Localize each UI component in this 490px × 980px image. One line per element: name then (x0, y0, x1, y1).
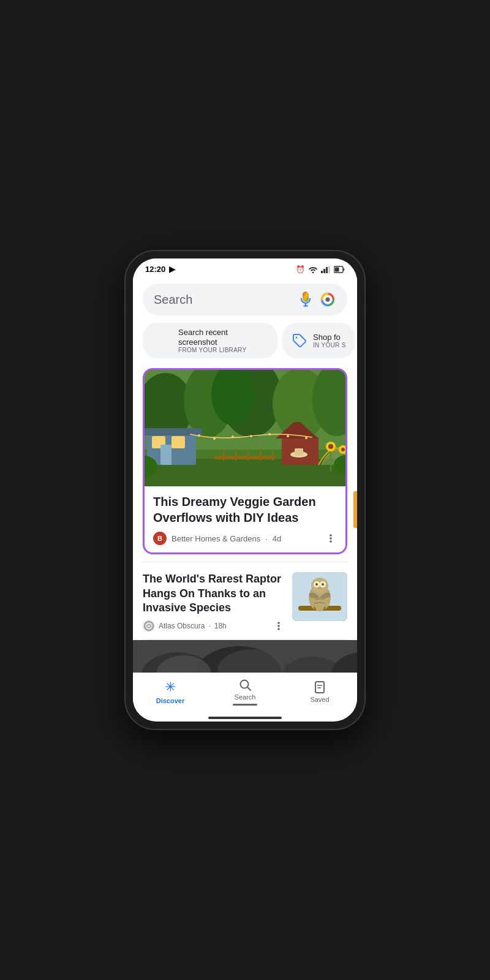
svg-point-57 (277, 628, 280, 631)
featured-more-btn[interactable] (325, 532, 337, 545)
screenshot-thumbnail (151, 330, 173, 352)
svg-point-29 (213, 437, 216, 440)
svg-point-33 (287, 435, 289, 437)
svg-rect-22 (145, 428, 202, 435)
featured-article-source: B Better Homes & Gardens · 4d (153, 532, 281, 545)
svg-point-52 (330, 537, 332, 540)
svg-rect-2 (323, 269, 325, 273)
shop-action-text: Shop fo IN YOUR S (313, 333, 346, 349)
microphone-icon[interactable] (297, 291, 314, 308)
shop-action-btn[interactable]: Shop fo IN YOUR S (282, 323, 355, 358)
second-source-name: Atlas Obscura (159, 622, 205, 630)
search-nav-icon (238, 678, 252, 692)
nav-discover[interactable]: ✳ Discover (133, 679, 208, 704)
shop-subtitle: IN YOUR S (313, 342, 346, 349)
svg-point-61 (311, 578, 328, 594)
svg-point-31 (250, 435, 252, 437)
svg-rect-1 (321, 271, 323, 273)
second-article-text: The World's Rarest Raptor Hangs On Thank… (143, 572, 285, 632)
time-display: 12:20 (145, 265, 165, 274)
featured-article-title: This Dreamy Veggie Garden Overflows with… (145, 486, 345, 529)
svg-point-30 (232, 435, 234, 438)
featured-article-meta: B Better Homes & Gardens · 4d (145, 529, 345, 552)
status-left: 12:20 ▶ (145, 265, 175, 274)
signal-icon (321, 266, 331, 273)
second-article-meta: Atlas Obscura · 18h (143, 620, 285, 632)
wifi-icon (308, 266, 318, 273)
search-bar[interactable]: Search (143, 284, 347, 315)
phone-screen: 12:20 ▶ ⏰ (133, 258, 357, 722)
search-placeholder: Search (154, 293, 292, 307)
screenshot-action-btn[interactable]: Search recent screenshot FROM YOUR LIBRA… (143, 323, 277, 358)
svg-point-34 (305, 437, 307, 439)
screenshot-title: Search recent screenshot (178, 328, 269, 347)
third-article-image-preview (133, 640, 357, 673)
google-lens-icon[interactable] (319, 291, 336, 308)
svg-point-46 (341, 448, 345, 451)
saved-nav-icon (313, 680, 326, 694)
svg-point-11 (296, 337, 298, 339)
svg-point-32 (268, 433, 271, 435)
svg-rect-25 (160, 445, 172, 465)
bottom-navigation: ✳ Discover Search Saved (133, 673, 357, 713)
status-bar: 12:20 ▶ ⏰ (133, 258, 357, 277)
svg-rect-24 (172, 436, 185, 448)
second-article-time: 18h (214, 622, 227, 630)
article-time: 4d (273, 534, 281, 543)
svg-rect-6 (335, 267, 339, 271)
discover-icon: ✳ (165, 679, 176, 695)
svg-rect-80 (315, 682, 324, 693)
svg-point-51 (330, 534, 332, 537)
source-logo-bhg: B (153, 532, 167, 545)
nav-saved[interactable]: Saved (282, 680, 357, 703)
source-separator: · (265, 534, 268, 543)
svg-point-43 (328, 444, 333, 449)
shop-title: Shop fo (313, 333, 346, 342)
battery-icon (334, 266, 345, 273)
svg-point-53 (330, 540, 332, 543)
atlas-obscura-logo (143, 620, 155, 632)
svg-point-67 (322, 584, 324, 586)
discover-label: Discover (156, 697, 184, 704)
second-article-image (292, 572, 347, 621)
second-separator: · (208, 622, 210, 630)
svg-point-10 (326, 298, 330, 302)
status-right: ⏰ (296, 265, 345, 274)
tag-icon (291, 332, 308, 349)
screenshot-subtitle: FROM YOUR LIBRARY (178, 347, 269, 353)
svg-rect-50 (295, 448, 303, 456)
svg-rect-3 (326, 267, 328, 273)
svg-point-56 (277, 625, 280, 628)
svg-point-54 (145, 622, 153, 630)
orange-accent (353, 491, 357, 528)
second-article-row[interactable]: The World's Rarest Raptor Hangs On Thank… (133, 562, 357, 639)
search-label: Search (235, 693, 256, 701)
video-icon: ▶ (169, 265, 175, 274)
second-article-title: The World's Rarest Raptor Hangs On Thank… (143, 572, 285, 615)
phone-frame: 12:20 ▶ ⏰ (126, 251, 364, 729)
svg-rect-4 (328, 266, 330, 273)
svg-point-66 (316, 584, 318, 586)
svg-point-55 (277, 622, 280, 625)
second-article-source: Atlas Obscura · 18h (143, 620, 227, 632)
home-indicator (208, 717, 282, 719)
svg-point-0 (312, 271, 314, 273)
screenshot-action-text: Search recent screenshot FROM YOUR LIBRA… (178, 328, 269, 353)
saved-label: Saved (310, 696, 329, 703)
featured-article-image (145, 370, 345, 486)
alarm-icon: ⏰ (296, 265, 305, 274)
source-name: Better Homes & Gardens (172, 534, 260, 543)
search-section: Search (133, 277, 357, 320)
nav-search[interactable]: Search (208, 678, 282, 706)
second-more-btn[interactable] (273, 620, 285, 632)
svg-line-79 (247, 687, 251, 690)
search-active-indicator (233, 704, 257, 706)
svg-point-28 (198, 434, 200, 437)
featured-article-card[interactable]: This Dreamy Veggie Garden Overflows with… (143, 368, 347, 554)
quick-actions-row: Search recent screenshot FROM YOUR LIBRA… (133, 320, 357, 366)
scroll-content[interactable]: Search (133, 277, 357, 673)
